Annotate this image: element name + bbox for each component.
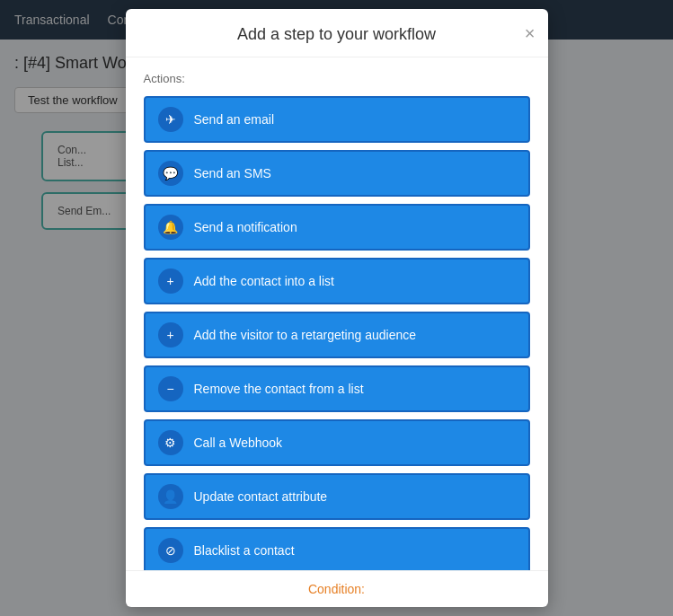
modal-close-button[interactable]: × xyxy=(525,24,536,42)
modal-footer: Condition: xyxy=(126,570,548,607)
action-icon-blacklist-contact: ⊘ xyxy=(158,538,183,563)
action-btn-send-email[interactable]: ✈Send an email xyxy=(144,96,530,143)
action-icon-add-contact-list: + xyxy=(158,268,183,294)
action-icon-send-email: ✈ xyxy=(158,107,183,132)
action-label-add-visitor-retargeting: Add the visitor to a retargeting audienc… xyxy=(194,328,417,342)
action-btn-update-contact[interactable]: 👤Update contact attribute xyxy=(144,473,530,520)
action-icon-remove-contact-list: − xyxy=(158,376,183,401)
action-btn-remove-contact-list[interactable]: −Remove the contact from a list xyxy=(144,365,530,412)
condition-label[interactable]: Condition: xyxy=(308,582,365,596)
action-label-add-contact-list: Add the contact into a list xyxy=(194,274,334,288)
action-icon-add-visitor-retargeting: + xyxy=(158,322,183,348)
action-label-update-contact: Update contact attribute xyxy=(194,489,328,504)
action-icon-send-sms: 💬 xyxy=(158,161,183,186)
modal-overlay: Add a step to your workflow × Actions: ✈… xyxy=(0,0,673,616)
modal-body: Actions: ✈Send an email💬Send an SMS🔔Send… xyxy=(126,57,548,570)
action-btn-add-contact-list[interactable]: +Add the contact into a list xyxy=(144,258,530,304)
action-list: ✈Send an email💬Send an SMS🔔Send a notifi… xyxy=(144,96,530,570)
action-label-blacklist-contact: Blacklist a contact xyxy=(194,543,295,558)
action-icon-call-webhook: ⚙ xyxy=(158,430,183,455)
modal-header: Add a step to your workflow × xyxy=(126,9,548,57)
action-label-send-sms: Send an SMS xyxy=(194,166,271,180)
modal-dialog: Add a step to your workflow × Actions: ✈… xyxy=(126,9,548,607)
action-btn-call-webhook[interactable]: ⚙Call a Webhook xyxy=(144,419,530,466)
action-label-call-webhook: Call a Webhook xyxy=(194,436,283,450)
action-btn-add-visitor-retargeting[interactable]: +Add the visitor to a retargeting audien… xyxy=(144,312,530,358)
action-btn-send-sms[interactable]: 💬Send an SMS xyxy=(144,150,530,197)
action-label-send-notification: Send a notification xyxy=(194,220,297,234)
actions-label: Actions: xyxy=(144,72,530,85)
action-btn-send-notification[interactable]: 🔔Send a notification xyxy=(144,204,530,251)
action-btn-blacklist-contact[interactable]: ⊘Blacklist a contact xyxy=(144,527,530,570)
action-icon-send-notification: 🔔 xyxy=(158,215,183,240)
action-label-send-email: Send an email xyxy=(194,112,275,127)
action-icon-update-contact: 👤 xyxy=(158,484,183,509)
action-label-remove-contact-list: Remove the contact from a list xyxy=(194,382,364,396)
modal-title: Add a step to your workflow xyxy=(237,25,436,44)
